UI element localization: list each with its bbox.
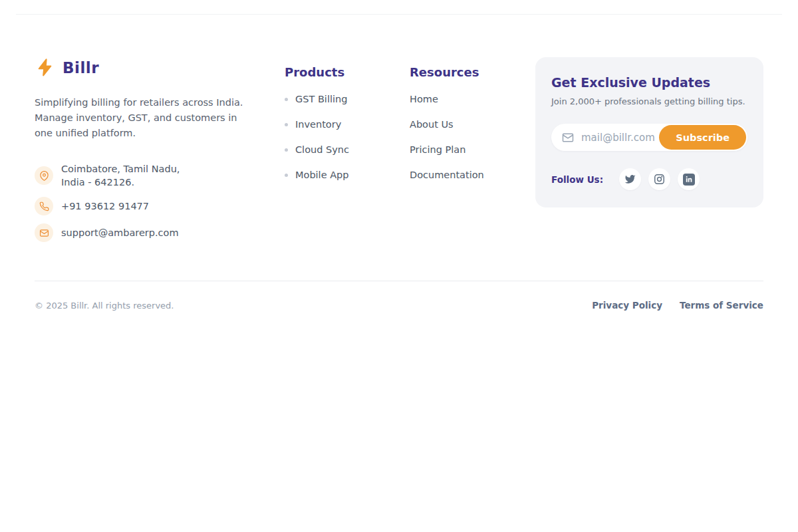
newsletter-card: Get Exclusive Updates Join 2,000+ profes… bbox=[535, 57, 763, 207]
bullet-dot bbox=[285, 123, 288, 126]
legal-links: Privacy Policy Terms of Service bbox=[592, 300, 763, 311]
footer-bottom: © 2025 Billr. All rights reserved. Priva… bbox=[0, 281, 798, 311]
resources-list: Home About Us Pricing Plan Documentation bbox=[410, 94, 535, 180]
twitter-icon[interactable] bbox=[619, 168, 641, 190]
resources-link-about-us[interactable]: About Us bbox=[410, 119, 535, 130]
bullet-dot bbox=[285, 148, 288, 152]
products-link-mobile-app[interactable]: Mobile App bbox=[285, 170, 410, 180]
terms-of-service-link[interactable]: Terms of Service bbox=[680, 300, 763, 311]
site-footer: Billr Simplifying billing for retailers … bbox=[0, 15, 798, 311]
follow-us-label: Follow Us: bbox=[551, 174, 603, 185]
contact-email: support@ambarerp.com bbox=[35, 223, 285, 242]
subscribe-form: Subscribe bbox=[551, 124, 747, 151]
lightning-bolt-icon bbox=[35, 57, 55, 78]
bullet-dot bbox=[285, 98, 288, 101]
products-column: Products GST Billing Inventory Cloud Syn… bbox=[285, 57, 410, 180]
products-list: GST Billing Inventory Cloud Sync Mobile … bbox=[285, 94, 410, 180]
resources-column: Resources Home About Us Pricing Plan Doc… bbox=[410, 57, 535, 180]
brand-logo: Billr bbox=[35, 57, 285, 78]
email-text[interactable]: support@ambarerp.com bbox=[61, 226, 179, 239]
products-link-gst-billing[interactable]: GST Billing bbox=[285, 94, 410, 104]
social-row: Follow Us: bbox=[551, 168, 747, 190]
contact-address: Coimbatore, Tamil Nadu, India - 642126. bbox=[35, 162, 285, 189]
footer-main: Billr Simplifying billing for retailers … bbox=[0, 15, 798, 242]
products-link-cloud-sync[interactable]: Cloud Sync bbox=[285, 144, 410, 155]
resources-link-documentation[interactable]: Documentation bbox=[410, 170, 535, 180]
newsletter-subtitle: Join 2,000+ professionals getting billin… bbox=[551, 96, 747, 106]
copyright-text: © 2025 Billr. All rights reserved. bbox=[35, 301, 174, 311]
products-title: Products bbox=[285, 65, 410, 79]
contact-phone: +91 93612 91477 bbox=[35, 197, 285, 215]
subscribe-button[interactable]: Subscribe bbox=[659, 125, 746, 150]
brand-name: Billr bbox=[63, 59, 99, 76]
linkedin-icon[interactable] bbox=[678, 168, 700, 190]
mail-icon bbox=[561, 131, 575, 144]
linkedin-badge bbox=[683, 174, 695, 186]
products-link-inventory[interactable]: Inventory bbox=[285, 119, 410, 130]
bullet-dot bbox=[285, 174, 288, 177]
resources-link-pricing-plan[interactable]: Pricing Plan bbox=[410, 144, 535, 155]
phone-icon bbox=[35, 197, 53, 215]
privacy-policy-link[interactable]: Privacy Policy bbox=[592, 300, 662, 311]
newsletter-title: Get Exclusive Updates bbox=[551, 75, 747, 90]
phone-text[interactable]: +91 93612 91477 bbox=[61, 200, 149, 213]
brand-tagline: Simplifying billing for retailers across… bbox=[35, 95, 245, 141]
mail-icon bbox=[35, 223, 53, 242]
resources-title: Resources bbox=[410, 65, 535, 79]
brand-column: Billr Simplifying billing for retailers … bbox=[35, 57, 285, 242]
map-pin-icon bbox=[35, 166, 53, 185]
instagram-icon[interactable] bbox=[648, 168, 670, 190]
resources-link-home[interactable]: Home bbox=[410, 94, 535, 104]
address-text: Coimbatore, Tamil Nadu, India - 642126. bbox=[61, 162, 180, 189]
contact-list: Coimbatore, Tamil Nadu, India - 642126. … bbox=[35, 162, 285, 242]
